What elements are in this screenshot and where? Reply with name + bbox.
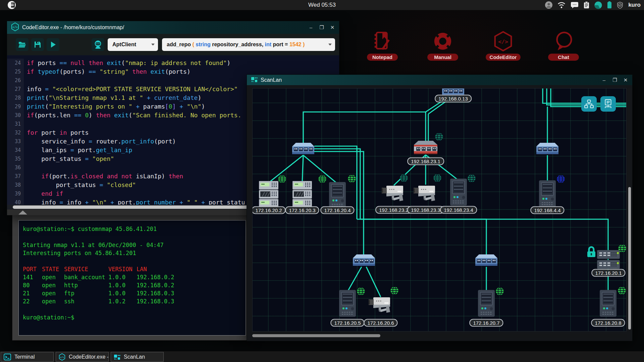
network-node-switch[interactable] xyxy=(292,142,314,157)
taskbar-item-label: CodeEditor.exe - … xyxy=(69,354,108,360)
terminal-table-cell: 1.0.2 xyxy=(108,297,137,305)
tray-shield-check-icon[interactable] xyxy=(617,2,623,9)
network-node-172.16.20.3[interactable] xyxy=(292,181,312,209)
taskbar-item-terminal[interactable]: Terminal xyxy=(1,352,54,362)
globe-green-icon xyxy=(390,286,399,297)
network-node-172.16.20.7[interactable] xyxy=(478,290,495,318)
line-number: 25 xyxy=(7,67,24,76)
globe-teal-icon xyxy=(435,132,444,143)
close-button[interactable]: ✕ xyxy=(623,77,628,83)
terminal-table-cell: ftp xyxy=(64,289,108,297)
desktop-icon-notepad[interactable]: Notepad xyxy=(363,29,402,61)
network-node-172.16.20.8[interactable] xyxy=(600,290,616,318)
code-text: if ports == null then exit("nmap: ip add… xyxy=(24,59,230,67)
node-ip-label: 192.168.23.3 xyxy=(407,206,444,214)
network-node-192.168.23.4[interactable] xyxy=(450,179,467,207)
tray-status-circle-icon[interactable] xyxy=(594,1,602,9)
node-ip-label: 192.168.23.2 xyxy=(375,206,412,214)
codeeditor-icon: </> xyxy=(59,353,65,361)
expand-panel-arrow[interactable] xyxy=(18,210,27,215)
terminal-output[interactable]: kuro@station:~$ customnmap 45.86.41.201 … xyxy=(18,220,246,336)
minimize-button[interactable]: – xyxy=(308,24,314,31)
globe-green-icon xyxy=(495,287,504,297)
terminal-table-cell: open xyxy=(42,273,64,281)
desktop-icon-chat[interactable]: Chat xyxy=(544,29,583,61)
hscrollbar-thumb[interactable] xyxy=(252,334,380,337)
vscrollbar-thumb[interactable] xyxy=(628,187,631,329)
api-browser-button[interactable] xyxy=(92,38,104,51)
globe-green-icon xyxy=(278,175,287,185)
tray-clipboard-icon[interactable] xyxy=(584,1,589,9)
network-node-switch[interactable] xyxy=(353,253,375,268)
terminal-table-row: 80openhttp1.0.0192.168.0.2 xyxy=(23,281,246,289)
terminal-table-cell: open xyxy=(42,297,64,305)
chevron-down-icon xyxy=(151,44,155,46)
line-number: 39 xyxy=(7,189,24,198)
robot-icon xyxy=(93,39,103,50)
network-node-172.16.20.5[interactable] xyxy=(339,290,356,318)
codeeditor-icon: </> xyxy=(484,29,523,53)
network-node-192.168.23.1[interactable] xyxy=(414,140,437,156)
terminal-table-cell: ssh xyxy=(64,297,108,305)
terminal-line xyxy=(23,305,246,313)
terminal-line: Interesting ports on 45.86.41.201 xyxy=(23,249,246,257)
map-button-ip-config[interactable]: IP xyxy=(600,96,616,112)
terminal-table-cell: 1.0.0 xyxy=(108,281,137,289)
desktop-icon-codeeditor[interactable]: </>CodeEditor xyxy=(484,29,523,61)
taskbar-item-scanlan[interactable]: ScanLan xyxy=(111,352,164,362)
terminal-table-cell: 1.0.0 xyxy=(108,273,137,281)
terminal-table-cell: bank_account xyxy=(64,273,108,281)
network-node-192.168.23.2[interactable] xyxy=(382,184,406,203)
tray-chat-icon[interactable] xyxy=(571,2,579,9)
maximize-button[interactable]: ❐ xyxy=(319,24,324,31)
folder-open-icon xyxy=(18,41,26,48)
globe-green-icon xyxy=(347,174,357,185)
notepad-icon xyxy=(363,29,402,53)
run-button[interactable] xyxy=(47,38,59,51)
network-node-switch[interactable] xyxy=(536,142,558,157)
network-node-192.168.4.4[interactable] xyxy=(539,180,556,208)
network-node-switch[interactable] xyxy=(475,253,497,268)
library-dropdown[interactable]: AptClient xyxy=(108,38,158,51)
close-button[interactable]: ✕ xyxy=(330,24,335,31)
network-node-172.16.20.2[interactable] xyxy=(259,181,278,209)
terminal-table-row: 141openbank_account1.0.0192.168.0.2 xyxy=(23,273,246,281)
terminal-table-cell: 1.0.0 xyxy=(108,289,137,297)
node-ip-label: 172.16.20.6 xyxy=(364,319,397,327)
line-number: 38 xyxy=(7,181,24,189)
network-node-192.168.23.3[interactable] xyxy=(414,184,438,203)
manual-icon xyxy=(423,29,462,53)
taskbar-item-codeeditor[interactable]: </>CodeEditor.exe - … xyxy=(56,352,109,362)
terminal-table-cell: 192.168.0.2 xyxy=(137,273,183,281)
desktop-icon-manual[interactable]: Manual xyxy=(423,29,462,61)
line-number: 33 xyxy=(7,137,24,146)
code-editor-titlebar: </> CodeEditor.exe - /home/kuro/customnm… xyxy=(7,21,339,34)
globe-green-icon xyxy=(357,287,366,297)
terminal-table-cell: open xyxy=(42,289,64,297)
tray-avatar-icon[interactable] xyxy=(545,1,552,9)
terminal-window: kuro@station:~$ customnmap 45.86.41.201 … xyxy=(12,213,252,341)
taskbar-item-label: Terminal xyxy=(14,354,35,360)
node-ip-label: 172.16.20.7 xyxy=(469,319,503,327)
network-node-172.16.20.4[interactable] xyxy=(329,182,346,210)
network-node-172.16.20.1[interactable] xyxy=(597,250,620,271)
network-map-canvas[interactable]: 192.168.0.13192.168.23.1172.16.20.2172.1… xyxy=(252,88,627,331)
line-number: 24 xyxy=(7,59,24,67)
maximize-button[interactable]: ❐ xyxy=(612,77,618,83)
network-node-172.16.20.6[interactable] xyxy=(369,295,393,315)
desktop-icon-label: CodeEditor xyxy=(486,54,521,61)
tray-battery-icon[interactable] xyxy=(607,1,612,9)
hscrollbar-thumb[interactable] xyxy=(13,205,250,209)
terminal-table-cell: VERSION xyxy=(108,265,137,273)
open-file-button[interactable] xyxy=(16,38,29,51)
method-signature-dropdown[interactable]: add_repo ( string repository_address, in… xyxy=(162,38,335,51)
globe-blue-icon xyxy=(556,175,566,185)
map-button-topology[interactable] xyxy=(581,96,597,112)
terminal-table-cell: 141 xyxy=(23,273,42,281)
save-file-button[interactable] xyxy=(31,38,44,51)
code-text: info = info + "\n" + port.port_number + … xyxy=(24,198,245,205)
terminal-table-cell: LAN xyxy=(137,265,183,273)
minimize-button[interactable]: – xyxy=(601,77,607,83)
node-ip-label: 192.168.23.4 xyxy=(440,206,477,214)
tray-wifi-icon[interactable] xyxy=(557,2,566,8)
